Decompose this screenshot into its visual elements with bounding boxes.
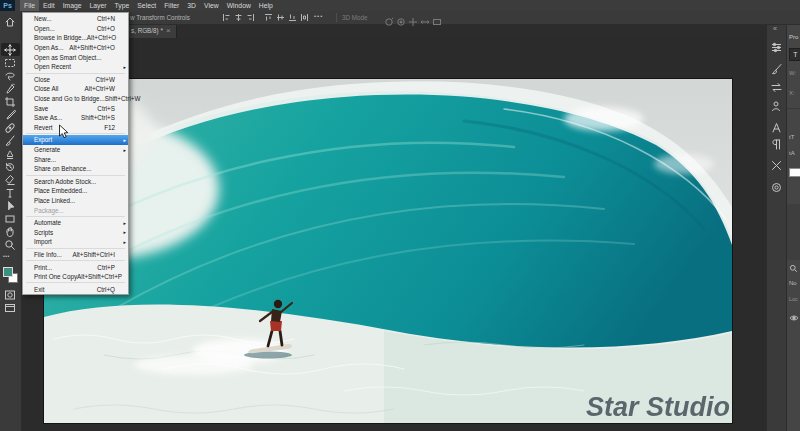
menu-separator — [26, 260, 125, 261]
menu-item-save-as[interactable]: Save As...Shift+Ctrl+S — [23, 113, 128, 123]
quick-mask-icon[interactable] — [4, 289, 17, 301]
text-color-swatch[interactable] — [789, 168, 800, 177]
menubar-item-select[interactable]: Select — [133, 0, 160, 11]
history-brush-tool-icon[interactable] — [4, 161, 17, 173]
menubar-item-edit[interactable]: Edit — [39, 0, 59, 11]
menubar-item-window[interactable]: Window — [223, 0, 255, 11]
menubar-item-layer[interactable]: Layer — [86, 0, 111, 11]
align-center-v-icon[interactable] — [276, 13, 285, 22]
3d-orbit-icon[interactable] — [384, 13, 394, 23]
menubar-item-type[interactable]: Type — [111, 0, 134, 11]
move-tool-icon[interactable] — [4, 44, 17, 56]
3d-pan-icon[interactable] — [408, 13, 418, 23]
marquee-tool-icon[interactable] — [4, 57, 17, 69]
type-properties-button[interactable]: T — [789, 48, 800, 61]
menubar-item-3d[interactable]: 3D — [183, 0, 200, 11]
watermark-text: Star Studio — [586, 392, 730, 422]
expand-panels-icon[interactable]: « — [773, 25, 777, 32]
eyedropper-tool-icon[interactable] — [4, 109, 17, 121]
menu-item-save[interactable]: SaveCtrl+S — [23, 103, 128, 113]
character-panel-icon[interactable] — [770, 120, 784, 133]
menubar-item-image[interactable]: Image — [59, 0, 86, 11]
screen-mode-icon[interactable] — [4, 302, 17, 314]
menu-item-search-adobe-stock[interactable]: Search Adobe Stock... — [23, 177, 128, 187]
menu-item-automate[interactable]: Automate▸ — [23, 218, 128, 228]
menu-item-print-one-copy[interactable]: Print One CopyAlt+Shift+Ctrl+P — [23, 272, 128, 282]
menu-item-generate[interactable]: Generate▸ — [23, 145, 128, 155]
path-selection-tool-icon[interactable] — [4, 200, 17, 212]
show-transform-controls-label[interactable]: w Transform Controls — [130, 14, 190, 21]
menu-item-close[interactable]: CloseCtrl+W — [23, 75, 128, 85]
eraser-tool-icon[interactable] — [4, 174, 17, 186]
opentype-tt-button[interactable]: tT — [789, 134, 794, 140]
menu-item-print[interactable]: Print...Ctrl+P — [23, 262, 128, 272]
brush-settings-panel-icon[interactable] — [770, 62, 784, 75]
menu-item-place-embedded[interactable]: Place Embedded... — [23, 186, 128, 196]
type-tool-icon[interactable] — [4, 187, 17, 199]
opentype-ta-button[interactable]: tA — [789, 150, 795, 156]
align-top-icon[interactable] — [264, 13, 273, 22]
foreground-color-swatch[interactable] — [3, 267, 13, 277]
adjustments-panel-icon[interactable] — [770, 158, 784, 171]
menu-item-share-on-behance[interactable]: Share on Behance... — [23, 164, 128, 174]
3d-mode-label: 3D Mode — [342, 14, 368, 21]
libraries-panel-icon[interactable] — [770, 99, 784, 112]
color-panel-icon[interactable] — [770, 40, 784, 53]
menu-item-exit[interactable]: ExitCtrl+Q — [23, 284, 128, 294]
clone-source-panel-icon[interactable] — [770, 80, 784, 93]
blend-mode-fragment[interactable]: No — [789, 280, 797, 286]
styles-panel-icon[interactable] — [770, 180, 784, 193]
menubar-item-filter[interactable]: Filter — [160, 0, 183, 11]
menu-item-close-and-go-to-bridge[interactable]: Close and Go to Bridge...Shift+Ctrl+W — [23, 94, 128, 104]
options-overflow-icon[interactable]: ••• — [314, 13, 323, 19]
menu-item-import[interactable]: Import▸ — [23, 237, 128, 247]
close-tab-icon[interactable]: × — [166, 26, 171, 36]
clone-stamp-tool-icon[interactable] — [4, 148, 17, 160]
menu-item-scripts[interactable]: Scripts▸ — [23, 227, 128, 237]
menu-item-file-info[interactable]: File Info...Alt+Shift+Ctrl+I — [23, 250, 128, 260]
crop-tool-icon[interactable] — [4, 96, 17, 108]
menu-separator — [26, 175, 125, 176]
paragraph-panel-icon[interactable] — [770, 137, 784, 150]
zoom-tool-icon[interactable] — [4, 239, 17, 251]
menu-item-open-as-smart-object[interactable]: Open as Smart Object... — [23, 52, 128, 62]
3d-roll-icon[interactable] — [396, 13, 406, 23]
healing-brush-tool-icon[interactable] — [4, 122, 17, 134]
3d-slide-icon[interactable] — [420, 13, 430, 23]
layer-visibility-eye-icon[interactable] — [789, 314, 799, 323]
menu-separator — [26, 282, 125, 283]
menu-item-open-recent[interactable]: Open Recent▸ — [23, 62, 128, 72]
distribute-icon[interactable] — [300, 13, 309, 22]
menu-item-new[interactable]: New...Ctrl+N — [23, 14, 128, 24]
menubar-item-help[interactable]: Help — [255, 0, 277, 11]
align-center-h-icon[interactable] — [234, 13, 243, 22]
document-image[interactable]: Star Studio — [44, 79, 732, 423]
surfer-wake — [134, 355, 254, 375]
align-bottom-icon[interactable] — [288, 13, 297, 22]
menu-item-browse-in-bridge[interactable]: Browse in Bridge...Alt+Ctrl+O — [23, 33, 128, 43]
menu-item-export[interactable]: Export▸ — [23, 135, 128, 145]
toolbar-overflow-icon[interactable]: ••• — [3, 253, 10, 259]
align-left-icon[interactable] — [222, 13, 231, 22]
document-tab-title: s, RGB/8) * — [131, 27, 163, 34]
submenu-arrow-icon: ▸ — [123, 239, 126, 245]
menu-item-revert[interactable]: RevertF12 — [23, 123, 128, 133]
menubar-item-view[interactable]: View — [200, 0, 223, 11]
align-right-icon[interactable] — [246, 13, 255, 22]
lasso-tool-icon[interactable] — [4, 70, 17, 82]
menu-item-open[interactable]: Open...Ctrl+O — [23, 24, 128, 34]
submenu-arrow-icon: ▸ — [123, 137, 126, 143]
home-icon[interactable] — [4, 16, 17, 28]
menu-item-place-linked[interactable]: Place Linked... — [23, 196, 128, 206]
shape-tool-icon[interactable] — [4, 213, 17, 225]
brush-tool-icon[interactable] — [4, 135, 17, 147]
spray — [564, 107, 644, 131]
layers-search-icon[interactable] — [789, 264, 798, 274]
hand-tool-icon[interactable] — [4, 226, 17, 238]
menu-item-share[interactable]: Share... — [23, 154, 128, 164]
menu-item-close-all[interactable]: Close AllAlt+Ctrl+W — [23, 84, 128, 94]
menubar-item-file[interactable]: File — [20, 0, 39, 11]
quick-selection-tool-icon[interactable] — [4, 83, 17, 95]
menu-item-open-as[interactable]: Open As...Alt+Shift+Ctrl+O — [23, 43, 128, 53]
3d-zoom-icon[interactable] — [432, 13, 442, 23]
